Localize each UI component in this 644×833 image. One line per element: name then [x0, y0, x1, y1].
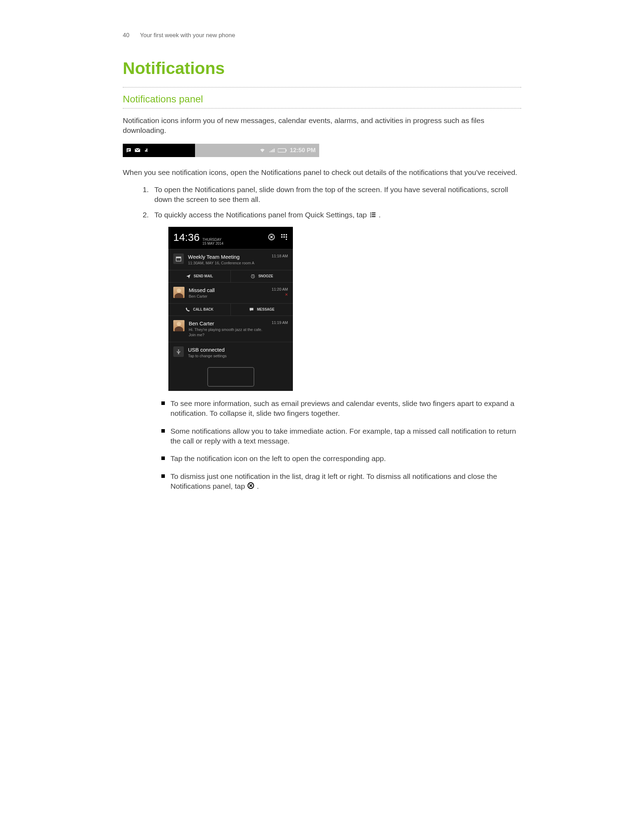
- phone-clock: 14:36: [173, 230, 200, 245]
- statusbar-time: 12:50 PM: [290, 146, 316, 154]
- notification-row: Missed call Ben Carter 11:20 AM ✕: [168, 282, 293, 303]
- svg-rect-11: [283, 234, 285, 236]
- statusbar-illustration: 12:50 PM: [123, 144, 319, 157]
- svg-rect-6: [372, 214, 376, 215]
- after-bar-paragraph: When you see notification icons, open th…: [123, 167, 521, 177]
- section-subtitle: Notifications panel: [123, 93, 521, 106]
- missed-call-icon: [143, 147, 150, 154]
- svg-point-7: [370, 216, 371, 217]
- svg-rect-4: [372, 212, 376, 213]
- list-icon: [369, 211, 377, 220]
- page-header: 40 Your first week with your new phone: [123, 32, 521, 40]
- notification-row: USB connected Tap to change settings: [168, 342, 293, 363]
- notification-row: Ben Carter Hi. They're playing smooth ja…: [168, 315, 293, 342]
- statusbar-right: 12:50 PM: [195, 144, 319, 157]
- svg-rect-13: [281, 236, 283, 238]
- usb-icon: [173, 346, 184, 357]
- steps-list: To open the Notifications panel, slide d…: [123, 185, 521, 492]
- bullet-item: To see more information, such as email p…: [161, 399, 521, 419]
- dismiss-all-icon: [267, 233, 275, 243]
- svg-rect-1: [278, 149, 286, 152]
- calendar-icon: [173, 254, 184, 264]
- bullet-list: To see more information, such as email p…: [155, 399, 521, 492]
- bubble-icon: [126, 147, 132, 154]
- quick-settings-icon: [280, 233, 288, 243]
- divider: [123, 87, 521, 88]
- close-circle-icon: [247, 482, 254, 492]
- action-send-mail: SEND MAIL: [168, 270, 231, 282]
- notification-actions: CALL BACK MESSAGE: [168, 303, 293, 315]
- notification-row: Weekly Team Meeting 11:30AM, MAY 16, Con…: [168, 249, 293, 270]
- svg-rect-14: [283, 236, 285, 238]
- avatar-icon: [173, 287, 185, 298]
- svg-rect-8: [372, 216, 376, 217]
- page-number: 40: [123, 32, 129, 40]
- handle-icon: [207, 367, 254, 387]
- bullet-item: Some notifications allow you to take imm…: [161, 426, 521, 446]
- battery-icon: [278, 148, 287, 153]
- svg-rect-10: [281, 234, 283, 236]
- svg-rect-18: [176, 257, 181, 258]
- wifi-icon: [259, 148, 266, 153]
- intro-paragraph: Notification icons inform you of new mes…: [123, 116, 521, 136]
- avatar-icon: [173, 320, 185, 331]
- svg-point-3: [370, 212, 371, 214]
- step-2: To quickly access the Notifications pane…: [151, 210, 521, 492]
- section-title: Your first week with your new phone: [140, 32, 235, 40]
- divider: [123, 108, 521, 109]
- bullet-item: To dismiss just one notification in the …: [161, 471, 521, 492]
- mail-icon: [134, 147, 141, 154]
- signal-icon: [269, 148, 275, 153]
- missed-indicator-icon: ✕: [272, 292, 288, 297]
- phone-date: 15 MAY 2014: [202, 241, 224, 245]
- action-snooze: SNOOZE: [231, 270, 293, 282]
- svg-rect-2: [286, 150, 287, 151]
- notification-actions: SEND MAIL SNOOZE: [168, 270, 293, 282]
- phone-footer: [168, 363, 293, 391]
- svg-rect-12: [286, 234, 287, 236]
- bullet-item: Tap the notification icon on the left to…: [161, 453, 521, 463]
- phone-day: THURSDAY: [202, 238, 224, 241]
- svg-point-5: [370, 214, 371, 215]
- svg-point-16: [286, 238, 287, 240]
- phone-header: 14:36 THURSDAY 15 MAY 2014: [168, 227, 293, 249]
- phone-screenshot: 14:36 THURSDAY 15 MAY 2014: [168, 227, 293, 391]
- svg-rect-15: [286, 236, 287, 238]
- statusbar-left: [123, 144, 195, 157]
- step-1: To open the Notifications panel, slide d…: [151, 185, 521, 205]
- action-message: MESSAGE: [231, 304, 293, 315]
- page-title: Notifications: [123, 57, 521, 80]
- action-call-back: CALL BACK: [168, 304, 231, 315]
